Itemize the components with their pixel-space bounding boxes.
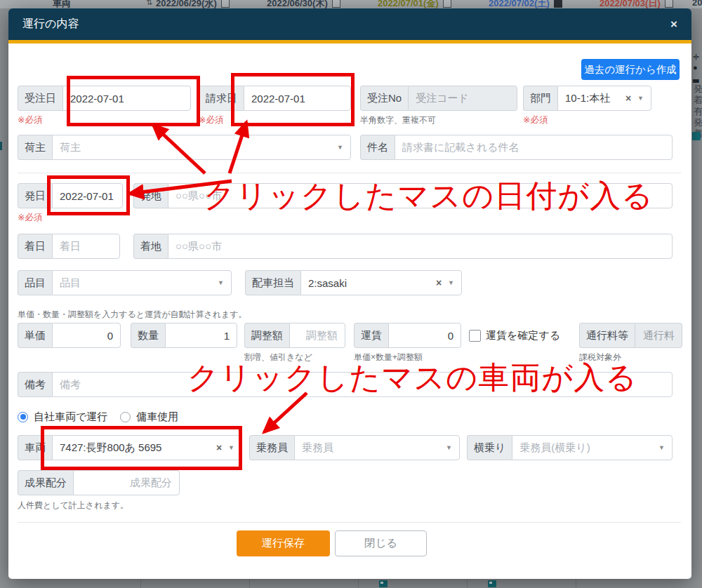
background-date-text: 2022/07/02(土) [489, 0, 550, 8]
fare-input[interactable]: 0 [388, 323, 461, 348]
arrival-place-field: 着地 ○○県○○市 [133, 234, 673, 259]
background-left-fragment [0, 142, 2, 150]
side-rider-field: 横乗り 乗務員(横乗り) ▼ [467, 435, 673, 460]
background-edge-text: 着 [694, 95, 702, 105]
background-schedule-tag [379, 580, 388, 587]
chevron-down-icon[interactable]: ▼ [637, 95, 644, 102]
background-edge-text: 有 [694, 107, 702, 116]
departure-place-field: 発地 ○○県○○市 [133, 183, 673, 208]
departure-place-input[interactable]: ○○県○○市 [168, 183, 673, 208]
fare-field: 運賃 0 [354, 323, 461, 348]
arrival-date-input[interactable]: 着日 [52, 234, 120, 259]
background-date-checkbox [665, 0, 673, 8]
create-from-past-button[interactable]: 過去の運行から作成 [581, 59, 680, 80]
arrival-place-input[interactable]: ○○県○○市 [168, 234, 673, 259]
background-date-checkbox [221, 0, 230, 8]
invoice-date-label: 請求日 [199, 86, 244, 111]
item-label: 品目 [18, 270, 52, 295]
background-edge-text: 発 [694, 84, 702, 93]
department-select[interactable]: 10-1:本社 ×▼ [557, 86, 651, 111]
clear-icon[interactable]: × [436, 277, 442, 288]
driver-select[interactable]: 乗務員 ▼ [294, 435, 460, 460]
dialog-body: 過去の運行から作成 受注日 2022-07-01 請求日 2022-07-01 … [8, 44, 691, 579]
background-date-text: 2022/07/03(日) [600, 0, 661, 8]
fare-confirm-checkbox[interactable] [469, 330, 481, 342]
background-edge-icon: ✛ [693, 53, 699, 61]
remarks-input[interactable]: 備考 [52, 372, 673, 397]
departure-date-input[interactable]: 2022-07-01 [52, 183, 123, 208]
chevron-down-icon[interactable]: ▼ [218, 279, 224, 286]
chevron-down-icon[interactable]: ▼ [448, 279, 454, 286]
fare-confirm-option: 運賃を確定する [469, 323, 560, 348]
chevron-down-icon[interactable]: ▼ [337, 144, 343, 151]
clear-icon[interactable]: × [216, 442, 222, 453]
toll-input[interactable]: 通行料 [635, 323, 682, 348]
vehicle-select[interactable]: 7427:長野800あ 5695 ×▼ [52, 435, 242, 460]
background-table-header: 車両 ⇅ 2022/06/29(水)2022/06/30(木)2022/07/0… [0, 0, 702, 8]
toll-label: 通行料等 [579, 323, 635, 348]
order-date-label: 受注日 [18, 86, 62, 111]
quantity-input[interactable]: 1 [165, 323, 237, 348]
order-date-field: 受注日 2022-07-01 [18, 86, 191, 111]
background-grid-line [576, 579, 576, 588]
section-divider [18, 173, 681, 173]
background-date-header: 2022/06/30(木) [267, 0, 340, 8]
close-button[interactable]: 閉じる [335, 530, 427, 556]
auto-calc-note: 単価・数量・調整額を入力すると運賃が自動計算されます。 [18, 309, 247, 321]
background-teal-tag [692, 132, 701, 140]
subject-label: 件名 [360, 135, 395, 160]
chevron-down-icon[interactable]: ▼ [658, 444, 665, 451]
departure-place-label: 発地 [133, 183, 168, 208]
department-field: 部門 10-1:本社 ×▼ [523, 86, 651, 111]
background-date-checkbox [332, 0, 340, 8]
vehicle-mode-options: 自社車両で運行 傭車使用 [18, 410, 178, 423]
shipper-field: 荷主 荷主 ▼ [18, 135, 351, 160]
subject-input[interactable]: 請求書に記載される件名 [395, 135, 673, 160]
fare-confirm-label: 運賃を確定する [486, 329, 560, 342]
background-date-text: 2022/06/30(木) [267, 0, 328, 8]
quantity-label: 数量 [131, 323, 165, 348]
invoice-date-input[interactable]: 2022-07-01 [244, 86, 351, 111]
performance-input[interactable]: 成果配分 [73, 470, 180, 495]
unit-price-field: 単価 0 [18, 323, 121, 348]
remarks-label: 備考 [18, 372, 52, 397]
adjustment-input[interactable]: 調整額 [289, 323, 345, 348]
clear-icon[interactable]: × [625, 93, 631, 104]
background-schedule-tag [488, 580, 496, 587]
background-grid-line [467, 579, 468, 588]
arrival-date-label: 着日 [18, 234, 52, 259]
toll-field: 通行料等 通行料 [579, 323, 682, 348]
adjustment-note: 割増、値引きなど [244, 352, 312, 363]
background-date-text: 2022/06/29(水) [156, 0, 217, 8]
required-note: ※必須 [18, 212, 42, 224]
unit-price-input[interactable]: 0 [52, 323, 121, 348]
dialog-header: 運行の内容 × [8, 8, 691, 40]
order-no-input[interactable]: 受注コード [408, 86, 517, 111]
required-note: ※必須 [199, 114, 223, 126]
order-no-note: 半角数字、重複不可 [360, 114, 436, 126]
background-date-text: 2022/07/01(金) [378, 0, 439, 8]
background-edge-icon: ● [693, 64, 698, 72]
required-note: ※必須 [18, 114, 42, 126]
dispatcher-label: 配車担当 [245, 270, 300, 295]
own-vehicle-radio[interactable] [18, 412, 28, 422]
close-icon[interactable]: × [670, 18, 677, 32]
background-grid-line [249, 579, 250, 588]
shipper-select[interactable]: 荷主 ▼ [52, 135, 351, 160]
item-field: 品目 品目 ▼ [18, 270, 232, 295]
performance-note: 人件費として計上されます。 [18, 500, 128, 512]
dialog-title: 運行の内容 [22, 17, 79, 32]
dispatcher-select[interactable]: 2:sasaki ×▼ [300, 270, 462, 295]
background-date-header: 2022/07/02(土) [489, 0, 562, 8]
side-rider-select[interactable]: 乗務員(横乗り) ▼ [512, 435, 673, 460]
chartered-vehicle-radio[interactable] [120, 412, 131, 422]
order-date-input[interactable]: 2022-07-01 [62, 86, 191, 111]
item-select[interactable]: 品目 ▼ [52, 270, 232, 295]
chevron-down-icon[interactable]: ▼ [446, 444, 452, 451]
background-edge-text: 発 [694, 118, 702, 127]
arrival-date-field: 着日 着日 [18, 234, 120, 259]
save-button[interactable]: 運行保存 [237, 530, 330, 556]
dispatcher-field: 配車担当 2:sasaki ×▼ [245, 270, 462, 295]
chartered-vehicle-label: 傭車使用 [136, 410, 178, 424]
chevron-down-icon[interactable]: ▼ [228, 444, 234, 451]
